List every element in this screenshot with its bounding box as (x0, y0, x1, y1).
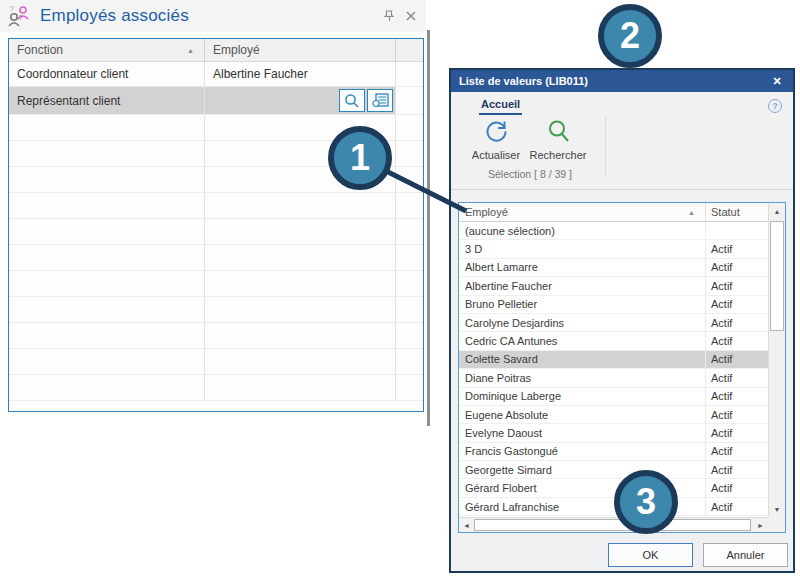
list-item[interactable]: Carolyne DesjardinsActif (459, 314, 768, 332)
column-header-statut[interactable]: Statut (706, 203, 768, 221)
cancel-button[interactable]: Annuler (703, 543, 788, 567)
magnifier-icon (344, 93, 360, 109)
search-button[interactable]: Rechercher (527, 116, 589, 161)
list-item[interactable]: Albertine FaucherActif (459, 277, 768, 295)
close-icon[interactable] (402, 7, 420, 25)
help-icon[interactable]: ? (768, 99, 782, 113)
list-content: Employé ▲ Statut (aucune sélection) 3 DA… (459, 203, 768, 517)
table-header-row: Fonction ▲ Employé (9, 39, 423, 62)
svg-text:?: ? (10, 5, 14, 12)
list-item[interactable]: 3 DActif (459, 240, 768, 258)
open-list-button[interactable] (367, 89, 393, 112)
list-item-selected[interactable]: Colette SavardActif (459, 351, 768, 369)
callout-badge-3: 3 (614, 470, 678, 534)
column-header-extra (396, 39, 423, 61)
column-header-fonction[interactable]: Fonction ▲ (9, 39, 205, 61)
list-item[interactable]: Georgette SimardActif (459, 461, 768, 479)
employe-cell: Albertine Faucher (205, 62, 396, 86)
panel-header: ? ? Employés associés (0, 0, 426, 32)
vertical-scrollbar[interactable]: ▲ ▼ (768, 203, 785, 517)
horizontal-scrollbar[interactable]: ◄ ► (459, 517, 768, 532)
empty-row (9, 271, 423, 297)
ribbon: Accueil ? Actualiser Rechercher Sélectio… (451, 92, 793, 190)
list-item[interactable]: Cedric CA AntunesActif (459, 332, 768, 350)
list-item[interactable]: Diane PoitrasActif (459, 369, 768, 387)
list-item[interactable]: Francis GastonguéActif (459, 443, 768, 461)
scroll-left-icon[interactable]: ◄ (459, 518, 474, 532)
empty-row (9, 349, 423, 375)
scroll-right-icon[interactable]: ► (753, 518, 768, 532)
list-item[interactable]: Gérard FlobertActif (459, 479, 768, 497)
associated-employees-table: Fonction ▲ Employé Coordonnateur client … (8, 38, 424, 412)
list-search-icon (372, 93, 389, 108)
scrollbar-corner (768, 517, 785, 532)
empty-row (9, 193, 423, 219)
horizontal-scroll-thumb[interactable] (474, 519, 751, 531)
search-lookup-button[interactable] (339, 89, 365, 112)
column-header-employe[interactable]: Employé ▲ (459, 203, 706, 221)
dialog-title: Liste de valeurs (LIB011) (459, 75, 769, 87)
dialog-close-icon[interactable]: ✕ (769, 75, 785, 88)
refresh-icon (483, 118, 510, 145)
tab-accueil[interactable]: Accueil (479, 98, 522, 115)
dialog-titlebar[interactable]: Liste de valeurs (LIB011) ✕ (451, 70, 793, 92)
sort-asc-icon: ▲ (187, 47, 194, 54)
panel-title: Employés associés (40, 6, 376, 26)
empty-row (9, 297, 423, 323)
callout-badge-1: 1 (328, 126, 392, 190)
fonction-cell: Représentant client (9, 87, 205, 114)
list-item[interactable]: Bruno PelletierActif (459, 296, 768, 314)
employe-cell-editing[interactable] (205, 87, 396, 114)
empty-row (9, 323, 423, 349)
column-header-employe[interactable]: Employé (205, 39, 396, 61)
refresh-button[interactable]: Actualiser (465, 116, 527, 161)
list-item[interactable]: Albert LamarreActif (459, 259, 768, 277)
empty-row (9, 219, 423, 245)
list-item[interactable]: Dominique LabergeActif (459, 388, 768, 406)
sort-asc-icon: ▲ (688, 209, 695, 216)
scroll-down-icon[interactable]: ▼ (769, 501, 785, 517)
list-header-row: Employé ▲ Statut (459, 203, 768, 222)
employees-icon: ? ? (6, 4, 32, 28)
ok-button[interactable]: OK (608, 543, 693, 567)
table-row[interactable]: Coordonnateur client Albertine Faucher (9, 62, 423, 87)
list-item[interactable]: Eugene AbsoluteActif (459, 406, 768, 424)
svg-text:?: ? (19, 14, 23, 21)
fonction-cell: Coordonnateur client (9, 62, 205, 86)
panel-splitter[interactable] (427, 30, 430, 426)
ribbon-buttons: Actualiser Rechercher (465, 116, 589, 161)
empty-row (9, 245, 423, 271)
vertical-scroll-thumb[interactable] (770, 221, 784, 331)
callout-badge-2: 2 (598, 4, 662, 68)
associated-employees-panel: ? ? Employés associés Fonction ▲ Employé (0, 0, 433, 426)
list-item[interactable]: (aucune sélection) (459, 222, 768, 240)
scroll-up-icon[interactable]: ▲ (769, 203, 785, 219)
search-icon (545, 118, 572, 145)
list-item[interactable]: Evelyne DaoustActif (459, 424, 768, 442)
lookup-buttons (339, 89, 395, 112)
empty-row (9, 375, 423, 401)
pin-icon[interactable] (380, 7, 398, 25)
ribbon-separator (605, 116, 606, 178)
table-row-selected[interactable]: Représentant client (9, 87, 423, 115)
selection-count-caption: Sélection [ 8 / 39 ] (457, 168, 603, 180)
